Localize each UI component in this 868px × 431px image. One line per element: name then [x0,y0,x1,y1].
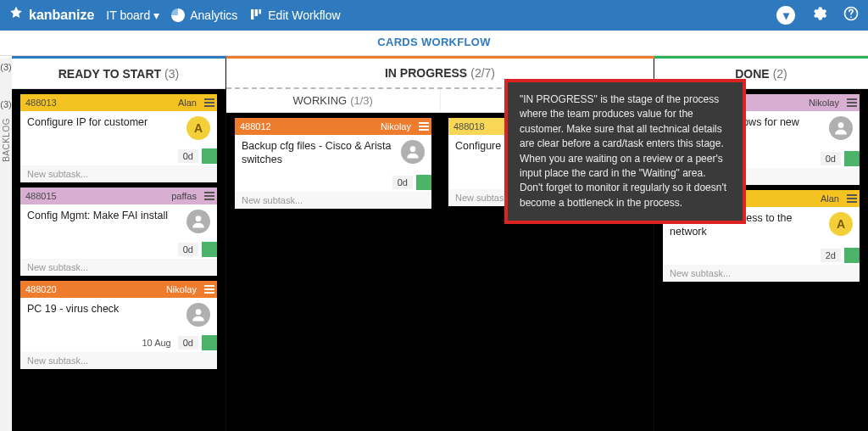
card-menu-icon[interactable] [416,122,431,131]
col-inprogress-label: IN PROGRESS [385,66,467,80]
card-status-chip [416,175,431,190]
subcol-working-head[interactable]: WORKING (1/3) [226,89,441,113]
card[interactable]: 488020 Nikolay PC 19 - virus check 10 Au… [20,281,217,369]
card-date: 10 Aug [142,338,174,348]
card-title: PC 19 - virus check [27,303,181,327]
card-menu-icon[interactable] [202,285,217,294]
card-id: 488012 [235,121,376,132]
card-footer: 2d [663,246,860,265]
card-age-badge: 0d [178,149,198,163]
topbar: kanbanize IT board ▾ Analytics Edit Work… [0,0,868,31]
avatar [401,140,425,164]
card-age-badge: 0d [821,152,841,165]
card-age-badge: 0d [392,176,413,189]
card-menu-icon[interactable] [202,98,217,107]
ready-cards: 488013 Alan Configure IP for customer A … [12,89,225,431]
card-assignee: Nikolay [376,121,416,132]
card-footer: 0d [235,173,431,192]
backlog-label[interactable]: BACKLOG [2,118,11,162]
card-age-badge: 0d [178,243,198,256]
avatar: A [186,116,210,140]
card-assignee: Alan [815,193,844,204]
card-id: 488015 [20,191,166,201]
subcol-working-label: WORKING [293,94,348,107]
card-header: 488020 Nikolay [20,281,217,298]
card-id: 488013 [20,98,173,108]
subcol-working-count: (1/3) [350,94,373,107]
col-inprogress-count: (2/7) [470,66,495,80]
working-cards: 488012 Nikolay Backup cfg files - Cisco … [226,113,440,431]
card[interactable]: 488013 Alan Configure IP for customer A … [20,94,217,182]
card-status-chip [202,335,217,350]
card-body: Configure IP for customer A [20,111,217,147]
card-body: PC 19 - virus check [20,298,217,333]
avatar [829,116,853,140]
workflow-tab[interactable]: CARDS WORKFLOW [377,36,490,48]
edit-workflow-link[interactable]: Edit Workflow [249,8,340,24]
dropdown-button[interactable]: ▾ [776,6,795,25]
topbar-actions: ▾ [776,5,860,26]
card-assignee: Alan [173,98,202,108]
card-menu-icon[interactable] [844,98,860,107]
edit-workflow-label: Edit Workflow [268,8,340,22]
col-ready: READY TO START (3) 488013 Alan Configure… [12,59,226,431]
card-menu-icon[interactable] [844,194,860,203]
svg-point-5 [196,216,202,221]
new-subtask-input[interactable]: New subtask... [663,265,860,282]
analytics-label: Analytics [190,8,237,22]
card-title: Configure IP for customer [27,116,181,140]
card-id: 488020 [20,284,161,294]
card-title: Backup cfg files - Cisco & Arista switch… [242,140,396,166]
card-assignee: Nikolay [804,98,844,108]
board: (3) (3) BACKLOG READY TO START (3) 48801… [0,59,868,431]
board-selector[interactable]: IT board ▾ [106,8,159,22]
card-menu-icon[interactable] [202,192,217,200]
col-ready-label: READY TO START [58,67,161,81]
analytics-link[interactable]: Analytics [171,8,237,22]
help-icon[interactable] [843,5,860,26]
col-done-count: (2) [773,67,787,81]
card-status-chip [202,242,217,257]
card-status-chip [844,248,860,263]
workflow-strip: CARDS WORKFLOW [0,31,868,56]
settings-icon[interactable] [810,5,827,26]
svg-point-8 [838,122,844,128]
card-footer: 0d [20,147,217,165]
logo-icon [8,6,24,25]
card-assignee: paffas [166,191,202,201]
new-subtask-input[interactable]: New subtask... [20,352,217,369]
card-header: 488013 Alan [20,94,217,111]
svg-rect-0 [251,9,253,20]
svg-rect-2 [259,9,262,14]
card[interactable]: 488012 Nikolay Backup cfg files - Cisco … [235,118,431,209]
brand-text: kanbanize [29,8,94,23]
new-subtask-input[interactable]: New subtask... [235,192,431,209]
workflow-icon [249,8,263,24]
svg-point-4 [850,16,852,18]
rail-count-2: (3) [0,99,11,109]
card-body: Config Mgmt: Make FAI install [20,204,217,240]
new-subtask-input[interactable]: New subtask... [20,259,217,276]
card-assignee: Nikolay [161,284,202,294]
card-body: Backup cfg files - Cisco & Arista switch… [235,135,431,173]
svg-point-7 [410,146,416,152]
svg-point-6 [196,309,202,315]
card-age-badge: 0d [178,336,198,350]
stage-tooltip: "IN PROGRESS" is the stage of the proces… [504,79,746,224]
card[interactable]: 488015 paffas Config Mgmt: Make FAI inst… [20,188,217,276]
pie-icon [171,8,185,22]
card-header: 488015 paffas [20,188,217,204]
left-rail: (3) (3) BACKLOG [0,59,12,431]
card-status-chip [202,148,217,164]
card-footer: 10 Aug 0d [20,333,217,352]
card-header: 488012 Nikolay [235,118,431,135]
brand-logo: kanbanize [8,6,94,25]
col-ready-head[interactable]: READY TO START (3) [12,59,225,89]
working-body: 488012 Nikolay Backup cfg files - Cisco … [226,113,440,431]
avatar [186,303,210,327]
new-subtask-input[interactable]: New subtask... [20,165,217,182]
avatar [186,210,210,233]
board-name: IT board [106,8,150,22]
card-title: Config Mgmt: Make FAI install [27,210,181,233]
card-status-chip [844,151,860,166]
